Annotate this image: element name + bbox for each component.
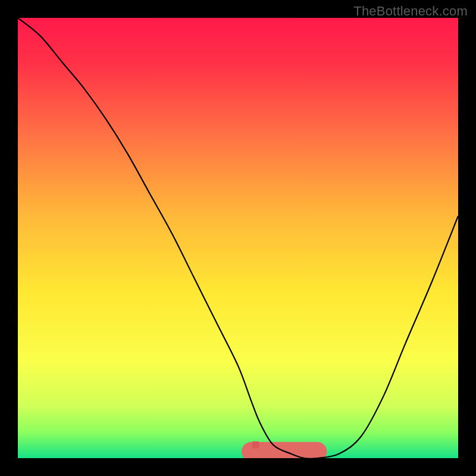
gradient-background	[18, 18, 458, 458]
chart-frame: TheBottleneck.com	[0, 0, 476, 476]
markers-group	[252, 441, 259, 449]
optimal-marker	[252, 441, 259, 449]
plot-svg	[18, 18, 458, 458]
watermark-text: TheBottleneck.com	[353, 4, 468, 19]
plot-area	[18, 18, 458, 458]
